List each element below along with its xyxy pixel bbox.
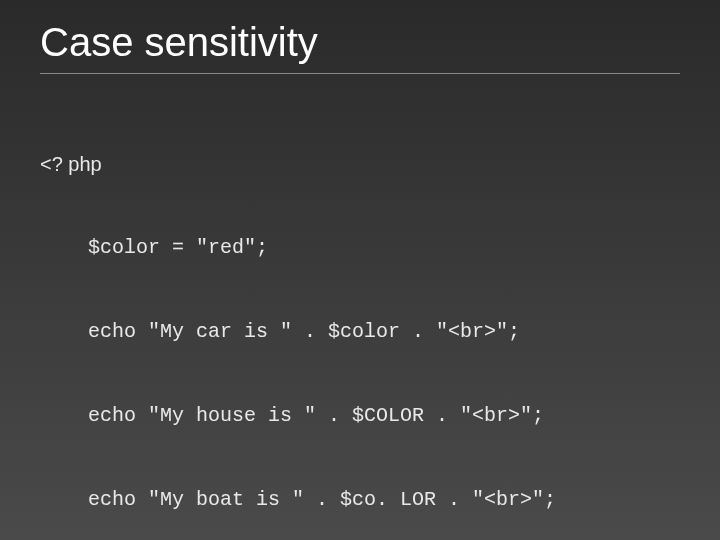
slide-container: Case sensitivity <? php $color = "red"; … — [0, 0, 720, 540]
slide-title: Case sensitivity — [40, 20, 680, 74]
code-line-4: echo "My boat is " . $co. LOR . "<br>"; — [40, 486, 680, 514]
php-open-tag: <? php — [40, 150, 680, 178]
php-code-block: <? php $color = "red"; echo "My car is "… — [40, 94, 680, 540]
code-line-3: echo "My house is " . $COLOR . "<br>"; — [40, 402, 680, 430]
code-line-2: echo "My car is " . $color . "<br>"; — [40, 318, 680, 346]
code-line-1: $color = "red"; — [40, 234, 680, 262]
